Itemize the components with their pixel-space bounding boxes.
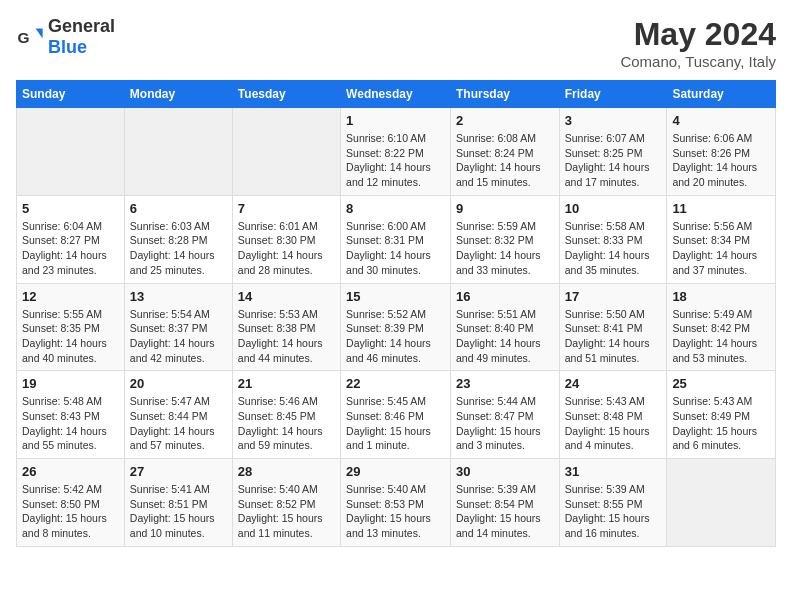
day-number: 29 <box>346 464 445 479</box>
logo-icon: G <box>16 23 44 51</box>
day-info: Sunrise: 5:39 AM Sunset: 8:55 PM Dayligh… <box>565 482 662 541</box>
calendar-cell: 2Sunrise: 6:08 AM Sunset: 8:24 PM Daylig… <box>450 108 559 196</box>
day-number: 11 <box>672 201 770 216</box>
day-number: 8 <box>346 201 445 216</box>
day-info: Sunrise: 5:46 AM Sunset: 8:45 PM Dayligh… <box>238 394 335 453</box>
calendar-cell: 1Sunrise: 6:10 AM Sunset: 8:22 PM Daylig… <box>341 108 451 196</box>
day-info: Sunrise: 5:43 AM Sunset: 8:48 PM Dayligh… <box>565 394 662 453</box>
day-info: Sunrise: 5:39 AM Sunset: 8:54 PM Dayligh… <box>456 482 554 541</box>
day-number: 25 <box>672 376 770 391</box>
day-number: 22 <box>346 376 445 391</box>
day-number: 12 <box>22 289 119 304</box>
calendar-cell: 15Sunrise: 5:52 AM Sunset: 8:39 PM Dayli… <box>341 283 451 371</box>
week-row-5: 26Sunrise: 5:42 AM Sunset: 8:50 PM Dayli… <box>17 459 776 547</box>
day-number: 2 <box>456 113 554 128</box>
calendar-body: 1Sunrise: 6:10 AM Sunset: 8:22 PM Daylig… <box>17 108 776 547</box>
day-info: Sunrise: 6:04 AM Sunset: 8:27 PM Dayligh… <box>22 219 119 278</box>
day-info: Sunrise: 5:42 AM Sunset: 8:50 PM Dayligh… <box>22 482 119 541</box>
calendar-cell: 17Sunrise: 5:50 AM Sunset: 8:41 PM Dayli… <box>559 283 667 371</box>
day-info: Sunrise: 5:44 AM Sunset: 8:47 PM Dayligh… <box>456 394 554 453</box>
calendar-cell <box>124 108 232 196</box>
day-number: 6 <box>130 201 227 216</box>
logo-text-general: General <box>48 16 115 36</box>
calendar-cell: 8Sunrise: 6:00 AM Sunset: 8:31 PM Daylig… <box>341 195 451 283</box>
calendar-cell: 24Sunrise: 5:43 AM Sunset: 8:48 PM Dayli… <box>559 371 667 459</box>
day-number: 17 <box>565 289 662 304</box>
calendar-cell: 13Sunrise: 5:54 AM Sunset: 8:37 PM Dayli… <box>124 283 232 371</box>
day-info: Sunrise: 6:10 AM Sunset: 8:22 PM Dayligh… <box>346 131 445 190</box>
day-number: 18 <box>672 289 770 304</box>
days-header-row: SundayMondayTuesdayWednesdayThursdayFrid… <box>17 81 776 108</box>
calendar-cell: 23Sunrise: 5:44 AM Sunset: 8:47 PM Dayli… <box>450 371 559 459</box>
calendar-cell: 29Sunrise: 5:40 AM Sunset: 8:53 PM Dayli… <box>341 459 451 547</box>
svg-marker-1 <box>36 29 43 39</box>
day-header-thursday: Thursday <box>450 81 559 108</box>
calendar-cell: 26Sunrise: 5:42 AM Sunset: 8:50 PM Dayli… <box>17 459 125 547</box>
day-info: Sunrise: 5:52 AM Sunset: 8:39 PM Dayligh… <box>346 307 445 366</box>
svg-text:G: G <box>17 29 29 46</box>
day-number: 26 <box>22 464 119 479</box>
day-number: 27 <box>130 464 227 479</box>
calendar-cell: 28Sunrise: 5:40 AM Sunset: 8:52 PM Dayli… <box>232 459 340 547</box>
day-info: Sunrise: 6:00 AM Sunset: 8:31 PM Dayligh… <box>346 219 445 278</box>
day-number: 16 <box>456 289 554 304</box>
calendar-table: SundayMondayTuesdayWednesdayThursdayFrid… <box>16 80 776 547</box>
day-info: Sunrise: 5:45 AM Sunset: 8:46 PM Dayligh… <box>346 394 445 453</box>
day-number: 3 <box>565 113 662 128</box>
calendar-header: SundayMondayTuesdayWednesdayThursdayFrid… <box>17 81 776 108</box>
day-number: 21 <box>238 376 335 391</box>
day-info: Sunrise: 5:58 AM Sunset: 8:33 PM Dayligh… <box>565 219 662 278</box>
day-header-friday: Friday <box>559 81 667 108</box>
day-number: 19 <box>22 376 119 391</box>
calendar-cell: 21Sunrise: 5:46 AM Sunset: 8:45 PM Dayli… <box>232 371 340 459</box>
calendar-cell: 5Sunrise: 6:04 AM Sunset: 8:27 PM Daylig… <box>17 195 125 283</box>
day-number: 14 <box>238 289 335 304</box>
day-number: 20 <box>130 376 227 391</box>
day-number: 10 <box>565 201 662 216</box>
day-info: Sunrise: 5:49 AM Sunset: 8:42 PM Dayligh… <box>672 307 770 366</box>
day-info: Sunrise: 6:01 AM Sunset: 8:30 PM Dayligh… <box>238 219 335 278</box>
day-info: Sunrise: 5:47 AM Sunset: 8:44 PM Dayligh… <box>130 394 227 453</box>
day-header-monday: Monday <box>124 81 232 108</box>
day-number: 24 <box>565 376 662 391</box>
day-number: 31 <box>565 464 662 479</box>
day-number: 15 <box>346 289 445 304</box>
day-info: Sunrise: 6:08 AM Sunset: 8:24 PM Dayligh… <box>456 131 554 190</box>
day-header-wednesday: Wednesday <box>341 81 451 108</box>
calendar-cell: 6Sunrise: 6:03 AM Sunset: 8:28 PM Daylig… <box>124 195 232 283</box>
day-info: Sunrise: 5:48 AM Sunset: 8:43 PM Dayligh… <box>22 394 119 453</box>
day-number: 4 <box>672 113 770 128</box>
calendar-cell <box>17 108 125 196</box>
week-row-2: 5Sunrise: 6:04 AM Sunset: 8:27 PM Daylig… <box>17 195 776 283</box>
day-header-saturday: Saturday <box>667 81 776 108</box>
calendar-cell: 20Sunrise: 5:47 AM Sunset: 8:44 PM Dayli… <box>124 371 232 459</box>
day-number: 13 <box>130 289 227 304</box>
calendar-cell: 3Sunrise: 6:07 AM Sunset: 8:25 PM Daylig… <box>559 108 667 196</box>
day-header-sunday: Sunday <box>17 81 125 108</box>
day-info: Sunrise: 5:53 AM Sunset: 8:38 PM Dayligh… <box>238 307 335 366</box>
day-number: 5 <box>22 201 119 216</box>
calendar-cell: 18Sunrise: 5:49 AM Sunset: 8:42 PM Dayli… <box>667 283 776 371</box>
day-info: Sunrise: 6:06 AM Sunset: 8:26 PM Dayligh… <box>672 131 770 190</box>
calendar-cell: 27Sunrise: 5:41 AM Sunset: 8:51 PM Dayli… <box>124 459 232 547</box>
calendar-cell <box>667 459 776 547</box>
calendar-cell: 14Sunrise: 5:53 AM Sunset: 8:38 PM Dayli… <box>232 283 340 371</box>
calendar-cell: 12Sunrise: 5:55 AM Sunset: 8:35 PM Dayli… <box>17 283 125 371</box>
day-info: Sunrise: 5:54 AM Sunset: 8:37 PM Dayligh… <box>130 307 227 366</box>
logo: G General Blue <box>16 16 115 58</box>
calendar-cell: 11Sunrise: 5:56 AM Sunset: 8:34 PM Dayli… <box>667 195 776 283</box>
week-row-4: 19Sunrise: 5:48 AM Sunset: 8:43 PM Dayli… <box>17 371 776 459</box>
week-row-3: 12Sunrise: 5:55 AM Sunset: 8:35 PM Dayli… <box>17 283 776 371</box>
calendar-cell <box>232 108 340 196</box>
day-info: Sunrise: 5:43 AM Sunset: 8:49 PM Dayligh… <box>672 394 770 453</box>
day-header-tuesday: Tuesday <box>232 81 340 108</box>
calendar-cell: 31Sunrise: 5:39 AM Sunset: 8:55 PM Dayli… <box>559 459 667 547</box>
calendar-cell: 25Sunrise: 5:43 AM Sunset: 8:49 PM Dayli… <box>667 371 776 459</box>
calendar-cell: 7Sunrise: 6:01 AM Sunset: 8:30 PM Daylig… <box>232 195 340 283</box>
day-info: Sunrise: 6:07 AM Sunset: 8:25 PM Dayligh… <box>565 131 662 190</box>
day-info: Sunrise: 5:50 AM Sunset: 8:41 PM Dayligh… <box>565 307 662 366</box>
day-number: 9 <box>456 201 554 216</box>
calendar-cell: 9Sunrise: 5:59 AM Sunset: 8:32 PM Daylig… <box>450 195 559 283</box>
calendar-cell: 30Sunrise: 5:39 AM Sunset: 8:54 PM Dayli… <box>450 459 559 547</box>
day-number: 1 <box>346 113 445 128</box>
